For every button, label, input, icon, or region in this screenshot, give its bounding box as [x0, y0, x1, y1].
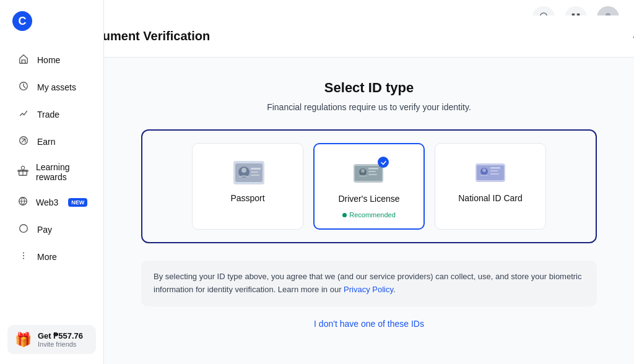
check-badge [378, 157, 389, 168]
sidebar-item-earn[interactable]: Earn [5, 129, 98, 155]
sidebar-item-more-label: More [37, 252, 57, 262]
svg-point-16 [241, 168, 246, 173]
svg-rect-32 [490, 170, 498, 171]
invite-card[interactable]: 🎁 Get ₱557.76 Invite friends [7, 325, 96, 354]
svg-point-4 [20, 225, 28, 233]
sidebar-item-learning-label: Learning rewards [36, 162, 86, 182]
passport-card[interactable]: Passport [192, 143, 303, 230]
page-header: Document Verification ‹ Back [104, 15, 634, 58]
disclaimer-box: By selecting your ID type above, you agr… [141, 261, 597, 306]
svg-rect-24 [368, 168, 378, 170]
trade-icon [17, 108, 30, 121]
invite-subtitle: Invite friends [38, 340, 83, 348]
sidebar-item-earn-label: Earn [37, 137, 56, 147]
national-id-icon [473, 158, 508, 186]
svg-point-7 [23, 258, 24, 259]
svg-point-6 [23, 255, 24, 256]
svg-rect-31 [490, 167, 500, 169]
clock-icon [17, 80, 30, 94]
sidebar-item-home-label: Home [37, 55, 60, 65]
sidebar-item-trade[interactable]: Trade [5, 102, 98, 128]
sidebar-item-pay-label: Pay [37, 225, 52, 235]
gift-icon [17, 165, 28, 179]
web3-icon [17, 196, 28, 209]
no-id-section: I don't have one of these IDs [141, 319, 597, 329]
home-icon [17, 53, 30, 67]
logo-icon: C [12, 11, 32, 31]
sidebar-item-trade-label: Trade [37, 110, 59, 119]
more-icon [17, 250, 30, 264]
recommended-dot [342, 213, 347, 217]
privacy-policy-link[interactable]: Privacy Policy [344, 285, 393, 294]
sidebar: C Home My assets Trade [0, 0, 104, 364]
sidebar-nav: Home My assets Trade Earn [0, 41, 103, 318]
svg-point-5 [23, 252, 24, 253]
sidebar-item-learning-rewards[interactable]: Learning rewards [5, 156, 98, 188]
no-id-link[interactable]: I don't have one of these IDs [314, 319, 424, 329]
drivers-license-card[interactable]: Driver's License Recommended [313, 143, 425, 230]
id-cards-container: Passport [141, 129, 597, 243]
select-id-title: Select ID type [141, 80, 597, 96]
sidebar-item-assets-label: My assets [37, 82, 76, 92]
earn-icon [17, 135, 30, 149]
sidebar-item-my-assets[interactable]: My assets [5, 74, 98, 100]
svg-rect-25 [368, 171, 376, 172]
passport-icon [230, 158, 265, 186]
svg-point-23 [361, 169, 365, 173]
recommended-label: Recommended [349, 211, 396, 219]
sidebar-item-home[interactable]: Home [5, 47, 98, 73]
svg-rect-33 [490, 173, 499, 175]
svg-point-30 [482, 168, 486, 172]
pay-icon [17, 223, 30, 236]
svg-rect-26 [368, 174, 377, 175]
sidebar-item-web3-label: Web3 [36, 197, 58, 207]
drivers-license-icon [352, 159, 386, 186]
recommended-badge: Recommended [342, 211, 396, 219]
sidebar-footer: 🎁 Get ₱557.76 Invite friends [0, 318, 103, 364]
page-title: Document Verification [104, 29, 210, 43]
svg-rect-18 [251, 171, 258, 173]
sidebar-item-more[interactable]: More [5, 244, 98, 270]
sidebar-item-web3[interactable]: Web3 NEW [5, 189, 98, 215]
gift-icon-footer: 🎁 [15, 332, 32, 348]
national-id-card[interactable]: National ID Card [435, 143, 546, 230]
sidebar-item-pay[interactable]: Pay [5, 217, 98, 243]
new-badge: NEW [68, 198, 87, 207]
select-id-subtitle: Financial regulations require us to veri… [141, 102, 597, 112]
svg-rect-19 [251, 175, 259, 176]
national-id-label: National ID Card [458, 193, 523, 203]
main-panel: Document Verification ‹ Back Select ID t… [104, 0, 634, 364]
main-content: Select ID type Financial regulations req… [104, 58, 634, 351]
invite-title: Get ₱557.76 [38, 331, 83, 340]
svg-rect-17 [251, 168, 261, 170]
logo[interactable]: C [0, 0, 103, 41]
passport-label: Passport [230, 193, 264, 203]
license-label: Driver's License [338, 194, 399, 204]
